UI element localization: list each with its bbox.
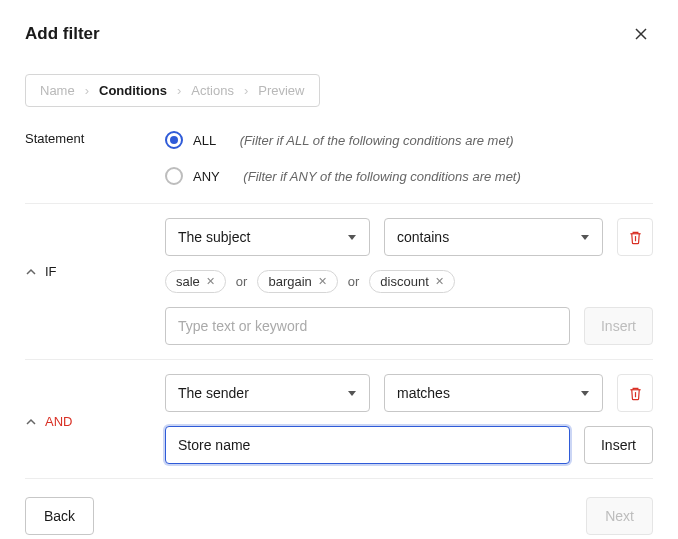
keyword-input-row: Insert xyxy=(165,307,653,345)
condition-label-text: IF xyxy=(45,264,57,279)
trash-icon xyxy=(628,230,643,245)
condition-label[interactable]: IF xyxy=(25,218,165,279)
radio-icon xyxy=(165,131,183,149)
field-select[interactable]: The subject xyxy=(165,218,370,256)
delete-condition-button[interactable] xyxy=(617,374,653,412)
svg-marker-2 xyxy=(348,235,356,240)
condition-label[interactable]: AND xyxy=(25,374,165,429)
tag-remove-icon[interactable]: ✕ xyxy=(435,275,444,288)
tag-join-text: or xyxy=(236,274,248,289)
condition-select-row: The sender matches xyxy=(165,374,653,412)
condition-select-row: The subject contains xyxy=(165,218,653,256)
svg-marker-5 xyxy=(348,391,356,396)
filter-tag: bargain ✕ xyxy=(257,270,337,293)
condition-block-if: IF The subject contains xyxy=(25,204,653,359)
caret-down-icon xyxy=(580,232,590,242)
tag-text: bargain xyxy=(268,274,311,289)
svg-marker-6 xyxy=(581,391,589,396)
dialog-header: Add filter xyxy=(25,22,653,46)
keyword-input[interactable] xyxy=(165,426,570,464)
trash-icon xyxy=(628,386,643,401)
keyword-input-row: Insert xyxy=(165,426,653,464)
close-button[interactable] xyxy=(629,22,653,46)
back-button[interactable]: Back xyxy=(25,497,94,535)
chevron-up-icon xyxy=(25,416,37,428)
statement-radio-group: ALL (Filter if ALL of the following cond… xyxy=(165,131,521,185)
tag-remove-icon[interactable]: ✕ xyxy=(206,275,215,288)
field-select-value: The subject xyxy=(178,229,250,245)
insert-button[interactable]: Insert xyxy=(584,426,653,464)
dialog-footer: Back Next xyxy=(25,479,653,535)
condition-block-and: AND The sender matches xyxy=(25,360,653,478)
breadcrumb-step-conditions[interactable]: Conditions xyxy=(99,83,167,98)
radio-description: (Filter if ANY of the following conditio… xyxy=(243,169,520,184)
chevron-up-icon xyxy=(25,266,37,278)
radio-label: ALL xyxy=(193,133,216,148)
operator-select[interactable]: contains xyxy=(384,218,603,256)
filter-tag: sale ✕ xyxy=(165,270,226,293)
keyword-input[interactable] xyxy=(165,307,570,345)
statement-section: Statement ALL (Filter if ALL of the foll… xyxy=(25,131,653,203)
breadcrumb-step-actions[interactable]: Actions xyxy=(191,83,234,98)
insert-button[interactable]: Insert xyxy=(584,307,653,345)
tag-text: discount xyxy=(380,274,428,289)
breadcrumb-step-preview[interactable]: Preview xyxy=(258,83,304,98)
caret-down-icon xyxy=(580,388,590,398)
chevron-right-icon: › xyxy=(177,83,181,98)
tags-row: sale ✕ or bargain ✕ or discount ✕ xyxy=(165,270,653,293)
close-icon xyxy=(633,26,649,42)
breadcrumb-step-name[interactable]: Name xyxy=(40,83,75,98)
radio-option-all[interactable]: ALL (Filter if ALL of the following cond… xyxy=(165,131,521,149)
tag-remove-icon[interactable]: ✕ xyxy=(318,275,327,288)
caret-down-icon xyxy=(347,388,357,398)
condition-label-text: AND xyxy=(45,414,72,429)
field-select-value: The sender xyxy=(178,385,249,401)
radio-option-any[interactable]: ANY (Filter if ANY of the following cond… xyxy=(165,167,521,185)
delete-condition-button[interactable] xyxy=(617,218,653,256)
chevron-right-icon: › xyxy=(244,83,248,98)
breadcrumb: Name › Conditions › Actions › Preview xyxy=(25,74,320,107)
svg-marker-3 xyxy=(581,235,589,240)
radio-label: ANY xyxy=(193,169,220,184)
filter-tag: discount ✕ xyxy=(369,270,454,293)
radio-icon xyxy=(165,167,183,185)
operator-select-value: contains xyxy=(397,229,449,245)
chevron-right-icon: › xyxy=(85,83,89,98)
operator-select-value: matches xyxy=(397,385,450,401)
radio-description: (Filter if ALL of the following conditio… xyxy=(240,133,514,148)
dialog-title: Add filter xyxy=(25,24,100,44)
statement-label: Statement xyxy=(25,131,165,146)
tag-text: sale xyxy=(176,274,200,289)
field-select[interactable]: The sender xyxy=(165,374,370,412)
operator-select[interactable]: matches xyxy=(384,374,603,412)
caret-down-icon xyxy=(347,232,357,242)
tag-join-text: or xyxy=(348,274,360,289)
next-button[interactable]: Next xyxy=(586,497,653,535)
